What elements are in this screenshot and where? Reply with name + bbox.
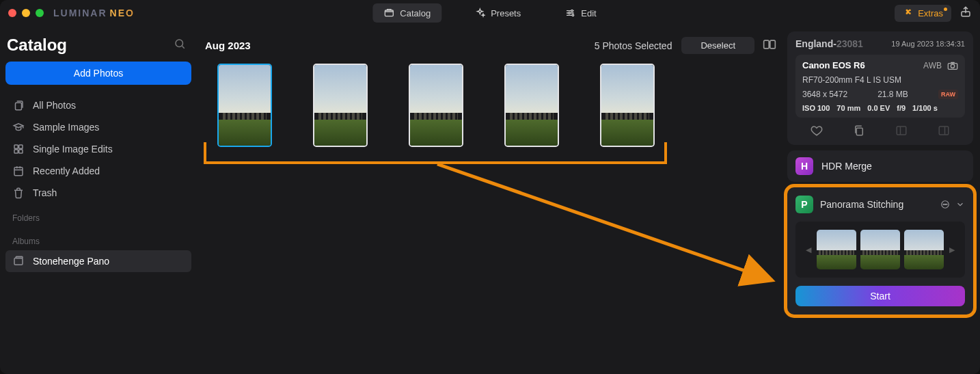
pano-start-button[interactable]: Start [795,286,965,306]
grid-icon [12,143,25,155]
dimensions: 3648 x 5472 [802,90,847,99]
favorite-icon[interactable] [811,124,823,137]
stack-icon [12,99,25,111]
pano-mini-thumb[interactable] [860,230,900,269]
tab-edit-label: Edit [581,8,596,18]
pano-icon: P [795,196,813,213]
svg-rect-14 [764,40,770,49]
pano-next-button[interactable]: ▶ [948,245,956,254]
sidebar-item-single-edits[interactable]: Single Image Edits [5,138,191,160]
share-button[interactable] [959,5,972,21]
add-photos-button[interactable]: Add Photos [5,62,191,85]
svg-rect-19 [897,126,906,135]
hdr-icon: H [795,157,813,175]
camera-icon [947,61,958,70]
window-maximize-button[interactable] [36,9,44,17]
svg-rect-0 [385,10,393,16]
svg-rect-12 [14,258,23,265]
svg-rect-9 [14,150,18,153]
pano-mini-thumb[interactable] [904,230,944,269]
chevron-down-icon[interactable] [955,200,965,209]
file-date: 19 Aug 2023 18:34:31 [891,40,965,48]
sidebar-item-all-photos[interactable]: All Photos [5,94,191,116]
tab-presets[interactable]: Presets [463,3,532,23]
graduation-icon [12,121,25,133]
titlebar: LUMINAR NEO Catalog Presets Edit Extras [0,0,980,26]
search-button[interactable] [174,38,186,53]
deselect-button[interactable]: Deselect [681,37,754,54]
app-logo: LUMINAR NEO [53,8,135,18]
sidebar-label: Recently Added [33,165,100,176]
awb-label: AWB [923,61,942,70]
svg-rect-15 [770,40,776,49]
svg-rect-6 [16,103,22,110]
exif-iso: ISO 100 [802,104,830,112]
tab-presets-label: Presets [491,8,521,18]
photo-thumbnail[interactable] [504,64,559,147]
sidebar: Catalog Add Photos All Photos Sample Ima… [0,26,197,374]
svg-rect-11 [14,168,23,176]
catalog-icon [383,8,394,18]
svg-point-3 [572,14,574,16]
file-size: 21.8 MB [877,90,908,99]
file-name: England-23081 [795,38,863,49]
mode-tabs: Catalog Presets Edit [372,3,607,23]
copy-icon[interactable] [853,124,865,137]
photo-thumbnail[interactable] [409,64,463,147]
svg-rect-10 [19,150,23,153]
hdr-label: HDR Merge [821,161,872,172]
hdr-merge-card[interactable]: H HDR Merge [787,150,973,182]
more-icon[interactable] [940,200,950,209]
sidebar-item-trash[interactable]: Trash [5,182,191,204]
svg-rect-8 [19,145,23,148]
window-minimize-button[interactable] [22,9,30,17]
photo-thumbnail[interactable] [217,64,272,147]
camera-name: Canon EOS R6 [802,60,865,70]
sidebar-section-folders[interactable]: Folders [5,204,191,227]
extras-button[interactable]: Extras [895,5,951,22]
sidebar-label: Stonehenge Pano [33,256,109,267]
sidebar-label: Sample Images [33,122,99,133]
svg-rect-13 [16,256,23,258]
window-close-button[interactable] [8,9,16,17]
pano-prev-button[interactable]: ◀ [804,245,813,254]
tab-catalog-label: Catalog [400,8,431,18]
pano-label: Panorama Stitching [820,199,903,210]
svg-point-17 [951,64,954,68]
trash-icon [12,187,25,199]
tab-catalog[interactable]: Catalog [372,3,441,23]
pano-mini-thumb[interactable] [817,230,856,269]
sidebar-item-sample[interactable]: Sample Images [5,116,191,138]
main-title: Aug 2023 [205,40,251,51]
exif-aperture: f/9 [897,104,906,112]
photo-thumbnail[interactable] [313,64,368,147]
extras-notification-dot [944,8,947,11]
sidebar-item-recent[interactable]: Recently Added [5,160,191,182]
svg-rect-20 [939,126,949,135]
exif-ev: 0.0 EV [867,104,890,112]
svg-point-2 [569,12,571,14]
right-panel: England-23081 19 Aug 2023 18:34:31 Canon… [787,26,980,374]
selection-count: 5 Photos Selected [595,40,672,51]
sidebar-label: Single Image Edits [33,144,113,155]
sliders-icon [564,8,575,18]
photo-thumbnail[interactable] [600,64,655,147]
sidebar-section-albums[interactable]: Albums [5,227,191,250]
thumbnail-row [202,64,779,147]
extras-label: Extras [918,8,943,18]
sidebar-title: Catalog [7,36,67,55]
right-panel-icon[interactable] [938,124,950,137]
svg-point-1 [571,10,573,12]
panorama-card: P Panorama Stitching ◀ ▶ Start [787,187,973,315]
left-panel-icon[interactable] [895,124,908,137]
sparkle-icon [474,8,485,18]
compare-view-button[interactable] [763,39,776,53]
album-icon [12,255,25,267]
tab-edit[interactable]: Edit [554,3,607,23]
lens-name: RF70-200mm F4 L IS USM [802,75,901,85]
puzzle-icon [903,8,912,18]
svg-rect-18 [856,128,862,135]
sidebar-label: All Photos [33,100,76,111]
sidebar-album-item[interactable]: Stonehenge Pano [5,250,191,272]
exif-focal: 70 mm [836,104,860,112]
